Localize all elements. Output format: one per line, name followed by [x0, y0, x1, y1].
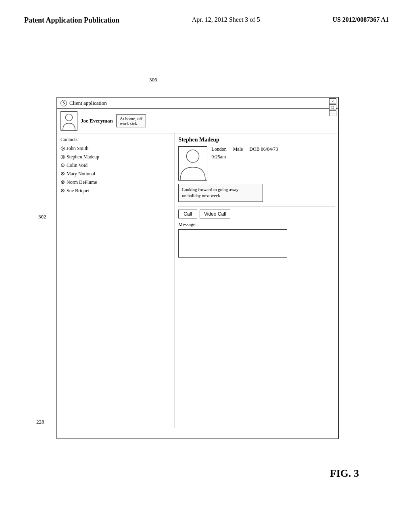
contact-name-sue: Sue Briquet	[67, 188, 90, 194]
publication-title: Patent Application Publication	[24, 16, 119, 25]
contact-item-sue-briquet[interactable]: ⊗ Sue Briquet	[60, 187, 171, 194]
contact-location: London	[211, 146, 226, 152]
svg-point-0	[65, 114, 72, 121]
contact-time: 9:25am	[211, 154, 278, 160]
detail-info: London Male DOB 06/04/73 9:25am	[211, 146, 278, 181]
contact-item-john-smith[interactable]: ◎ John Smith	[60, 145, 171, 152]
contact-item-stephen-madeup[interactable]: ◎ Stephen Madeup	[60, 154, 171, 160]
user-status-box: At home, off work sick	[116, 114, 146, 127]
window-controls: × □ —	[329, 98, 336, 116]
app-icon: S	[60, 100, 67, 106]
contacts-header: Contacts:	[60, 137, 171, 143]
message-label-text: Message:	[178, 222, 335, 228]
detail-top-row: London Male DOB 06/04/73 9:25am	[178, 146, 335, 181]
client-application-window: S Client application × □ — Joe Everyman …	[56, 97, 339, 439]
minimize-button[interactable]: —	[329, 110, 336, 116]
main-content: Contacts: ◎ John Smith ◎ Stephen Madeup …	[57, 133, 338, 428]
contact-detail-avatar	[178, 146, 207, 181]
message-label: Message:	[178, 222, 196, 227]
contact-status-icon-colin: ⊙	[60, 162, 65, 168]
user-name: Joe Everyman	[81, 118, 113, 124]
contact-name-colin: Colin Void	[67, 162, 88, 168]
contacts-panel: Contacts: ◎ John Smith ◎ Stephen Madeup …	[57, 133, 175, 428]
contact-status-icon-sue: ⊗	[60, 187, 65, 194]
contact-item-mary-notional[interactable]: ⊗ Mary Notional	[60, 170, 171, 177]
contact-status-icon-mary: ⊗	[60, 170, 65, 177]
selected-contact-name: Stephen Madeup	[178, 137, 335, 143]
contact-status-icon-john: ◎	[60, 145, 65, 152]
ref-302: 302	[38, 214, 46, 220]
contact-item-norm-deplume[interactable]: ⊗ Norm DePlume	[60, 179, 171, 185]
window-title: Client application	[69, 100, 107, 106]
user-silhouette-small	[61, 111, 77, 131]
ref-228: 228	[36, 419, 44, 425]
contact-item-colin-void[interactable]: ⊙ Colin Void	[60, 162, 171, 168]
page-header: Patent Application Publication Apr. 12, …	[0, 0, 413, 25]
contact-name-stephen: Stephen Madeup	[67, 154, 99, 160]
user-avatar-small	[60, 111, 77, 131]
contact-name-norm: Norm DePlume	[67, 179, 97, 185]
contact-name-mary: Mary Notional	[67, 171, 95, 177]
user-info-row: Joe Everyman At home, off work sick	[57, 109, 338, 133]
detail-info-row1: London Male DOB 06/04/73	[211, 146, 278, 152]
action-area: Call Video Call Message:	[178, 206, 335, 258]
contact-status-icon-norm: ⊗	[60, 179, 65, 185]
message-input-area[interactable]	[178, 229, 287, 258]
ref-306: 306	[149, 77, 157, 83]
svg-point-1	[187, 150, 199, 162]
contact-name-john: John Smith	[67, 145, 88, 152]
contact-silhouette-large	[179, 146, 207, 181]
video-call-button[interactable]: Video Call	[200, 210, 230, 218]
contact-gender: Male	[233, 146, 243, 152]
contact-dob: DOB 06/04/73	[249, 146, 278, 152]
diagram-area: 228 302 304 306 308 S Client application…	[32, 64, 363, 488]
contact-detail-panel: Stephen Madeup London Male DOB 06/04/	[175, 133, 338, 428]
figure-label: FIG. 3	[330, 468, 359, 480]
contact-status-text-box: Looking forward to going away on holiday…	[178, 184, 263, 202]
action-buttons-row: Call Video Call	[178, 210, 335, 218]
date-sheet: Apr. 12, 2012 Sheet 3 of 5	[192, 16, 260, 23]
close-button[interactable]: ×	[329, 98, 336, 104]
patent-number: US 2012/0087367 A1	[332, 16, 389, 23]
maximize-button[interactable]: □	[329, 104, 336, 110]
call-button[interactable]: Call	[178, 210, 197, 218]
contact-status-icon-stephen: ◎	[60, 154, 65, 160]
